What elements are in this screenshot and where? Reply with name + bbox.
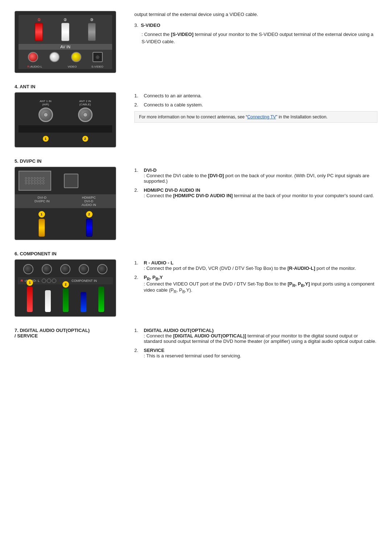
ant1-badge: 1 [43,136,49,142]
ant-in-title: 4. ANT IN [15,84,123,89]
ant-list-item-2: 2. Connects to a cable system. [134,102,377,108]
dvi-item2-num: 2. [134,187,141,198]
dvi-list-item-1: 1. DVI-D : Connect the DVI cable to the … [134,167,377,184]
audio-r-label: R-AUDIO-L [27,65,42,68]
dvi-d-label: DVI-D [38,196,47,199]
comp-item1-num: 1. [134,260,141,271]
dvi-list-item-2: 2. HDMI/PC DVI-D AUDIO IN : Connect the … [134,187,377,198]
dvi-pc-in-label: DVI/PC IN [34,199,50,203]
dvi-badge-2: 2 [86,211,93,218]
component-in-section: 6. COMPONENT IN R -AUDIO- L [15,251,377,317]
comp-port-5 [97,264,107,274]
hdmi-label: HDMI/PCDVI-DAUDIO IN [82,196,96,207]
connecting-tv-link[interactable]: Connecting TV [247,114,276,119]
ant2-badge: 2 [82,136,88,142]
ant-item2-num: 2. [134,102,141,108]
ant-item1-num: 1. [134,93,141,98]
comp-badge-2: 2 [62,281,69,288]
dvi-d-port [19,171,51,191]
digital-audio-item2-title: SERVICE [144,348,164,353]
comp-port-3 [60,264,70,274]
svideo-title: S-VIDEO [141,23,160,28]
comp-item2-title: PR, PB,Y [144,275,163,280]
video-label: VIDEO [68,65,77,68]
digital-audio-item1-desc: : Connect the [DIGITAL AUDIO OUT(OPTICAL… [144,333,376,344]
dvi-device-image: DVI-D DVI/PC IN HDMI/PCDVI-DAUDIO IN 1 2 [15,167,116,240]
ant-item2-text: Connects to a cable system. [144,102,377,108]
port-audio-l [49,52,60,62]
digital-audio-title: 7. DIGITAL AUDIO OUT(OPTICAL)/ SERVICE [15,328,123,339]
ant-list-item-1: 1. Connects to an air antenna. [134,93,377,98]
comp-port-4 [79,264,89,274]
dvi-image-col: 5. DVI/PC IN DVI-D DVI/PC IN [15,158,123,240]
svideo-label: S-VIDEO [91,65,103,68]
ant-in-image-col: 4. ANT IN ANT 1 IN(AIR) ANT 2 IN(CABLE) [15,84,123,147]
digital-audio-item1-num: 1. [134,328,141,344]
dvi-item1-desc: : Connect the DVI cable to the [DVI-D] p… [144,173,369,184]
dvi-label-row: DVI-D DVI/PC IN HDMI/PCDVI-DAUDIO IN [15,194,116,208]
comp-cable-green2 [98,287,104,312]
av-in-image-col: ① ② ③ AV IN R-AUDIO-L [15,11,123,73]
dvi-item2-desc: : Connect the [HDMI/PC DVI-D AUDIO IN] t… [144,193,374,198]
ant2-label: ANT 2 IN(CABLE) [79,100,91,106]
port-svideo [93,52,103,62]
comp-item2-content: PR, PB,Y : Connect the VIDEO OUT port of… [144,275,377,294]
ant1-connector: ANT 1 IN(AIR) [38,100,53,122]
dvi-cable-yellow [38,219,45,237]
digital-audio-text-col: 1. DIGITAL AUDIO OUT(OPTICAL) : Connect … [134,328,377,362]
dvi-list: 1. DVI-D : Connect the DVI cable to the … [134,167,377,198]
ant2-connector: ANT 2 IN(CABLE) [78,100,93,122]
comp-image-col: 6. COMPONENT IN R -AUDIO- L [15,251,123,317]
comp-ports-row [18,263,113,276]
svideo-desc: : Connect the [S-VIDEO] terminal of your… [134,31,377,45]
comp-list-item-1: 1. R - AUDIO - L : Connect the port of t… [134,260,377,271]
digital-audio-item2-content: SERVICE : This is a reserved terminal us… [144,348,377,358]
digital-audio-item1-content: DIGITAL AUDIO OUT(OPTICAL) : Connect the… [144,328,377,344]
comp-port-2 [42,264,52,274]
comp-port-1 [23,264,33,274]
dvi-item2-content: HDMI/PC DVI-D AUDIO IN : Connect the [HD… [144,187,377,198]
comp-text-col: 1. R - AUDIO - L : Connect the port of t… [134,251,377,317]
dvi-item1-content: DVI-D : Connect the DVI cable to the [DV… [144,167,377,184]
dvi-cable-blue [86,219,93,237]
comp-cable-white [45,290,51,312]
svideo-header: 3. S-VIDEO [134,22,377,29]
digital-audio-section: 7. DIGITAL AUDIO OUT(OPTICAL)/ SERVICE 1… [15,328,377,362]
comp-item1-desc: : Connect the port of the DVD, VCR (DVD … [144,266,356,271]
digital-audio-item-1: 1. DIGITAL AUDIO OUT(OPTICAL) : Connect … [134,328,377,344]
dvi-pc-in-section: 5. DVI/PC IN DVI-D DVI/PC IN [15,158,377,240]
top-text: output terminal of the external device u… [134,11,377,18]
dvi-title: 5. DVI/PC IN [15,158,123,164]
ant-note-box: For more information on how to connect a… [134,111,377,123]
digital-audio-item-2: 2. SERVICE : This is a reserved terminal… [134,348,377,358]
comp-cables: 1 2 [18,284,113,313]
digital-audio-item1-title: DIGITAL AUDIO OUT(OPTICAL) [144,328,214,333]
digital-audio-item2-num: 2. [134,348,141,358]
dvi-item2-title: HDMI/PC DVI-D AUDIO IN [144,187,200,193]
dvi-badge-1: 1 [38,211,45,218]
comp-item1-content: R - AUDIO - L : Connect the port of the … [144,260,377,271]
hdmi-audio-port [64,174,78,188]
dvi-item1-num: 1. [134,167,141,184]
ant-in-section: 4. ANT IN ANT 1 IN(AIR) ANT 2 IN(CABLE) [15,84,377,147]
ant-note-text: For more information on how to connect a… [139,114,247,119]
dvi-cables: 1 2 [15,208,116,240]
comp-item2-desc: : Connect the VIDEO OUT port of the DVD … [144,281,374,293]
ant1-port [38,108,53,122]
ant-in-device-image: ANT 1 IN(AIR) ANT 2 IN(CABLE) 1 [15,92,116,147]
comp-cable-red [27,287,33,312]
svideo-section: 3. S-VIDEO : Connect the [S-VIDEO] termi… [134,22,377,45]
comp-device-image: R -AUDIO- L COMPONENT IN 1 [15,259,116,317]
comp-item2-num: 2. [134,275,141,294]
ant1-label: ANT 1 IN(AIR) [40,100,52,106]
comp-list-item-2: 2. PR, PB,Y : Connect the VIDEO OUT port… [134,275,377,294]
ant-in-text-col: 1. Connects to an air antenna. 2. Connec… [134,84,377,147]
comp-item1-title: R - AUDIO - L [144,260,173,266]
port-audio-r [28,52,38,62]
dvi-item1-title: DVI-D [144,167,156,173]
digital-audio-image-col: 7. DIGITAL AUDIO OUT(OPTICAL)/ SERVICE [15,328,123,362]
av-in-text-col: output terminal of the external device u… [134,11,377,73]
ant2-port [78,108,93,122]
av-in-device-image: ① ② ③ AV IN R-AUDIO-L [15,11,116,73]
digital-audio-list: 1. DIGITAL AUDIO OUT(OPTICAL) : Connect … [134,328,377,358]
